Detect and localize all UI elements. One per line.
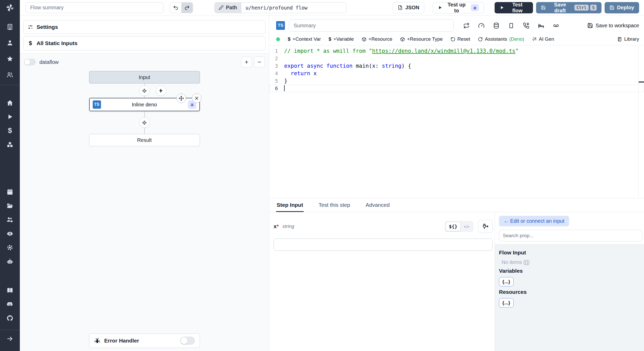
code-mode-button[interactable]: <> <box>461 222 472 231</box>
flow-node-input[interactable]: Input <box>89 71 200 83</box>
sliders-icon <box>28 24 33 30</box>
zoom-in-button[interactable]: + <box>241 57 252 67</box>
undo-button[interactable] <box>170 3 181 13</box>
bug-icon <box>94 338 100 344</box>
variables-object-chip[interactable]: {...} <box>499 277 514 286</box>
reset-button[interactable]: Reset <box>451 36 470 42</box>
code-link: https://deno.land/x/windmill@v1.133.0/mo… <box>372 48 515 54</box>
person-icon[interactable] <box>5 38 15 48</box>
people-icon[interactable] <box>5 70 15 80</box>
database-icon[interactable] <box>491 20 501 31</box>
code-editor[interactable]: 1 // import * as wmill from "https://den… <box>269 45 644 198</box>
prop-search-input[interactable] <box>499 230 642 241</box>
flow-node-step-a[interactable]: TS Inline deno a <box>89 98 200 111</box>
ai-gen-button[interactable]: AI Gen <box>532 36 554 42</box>
home-icon[interactable] <box>5 98 15 108</box>
voicemail-icon[interactable] <box>551 20 561 31</box>
phone-incoming-icon[interactable] <box>521 20 531 31</box>
delete-step-button[interactable] <box>192 93 201 103</box>
save-draft-button[interactable]: Save draft Ctrl S <box>536 2 601 13</box>
gear-icon[interactable] <box>5 242 15 253</box>
save-to-workspace-button[interactable]: Save to workspace <box>587 23 639 29</box>
assistants-button[interactable]: Assistants (Deno) <box>478 36 524 42</box>
windmill-logo[interactable] <box>0 0 20 15</box>
close-icon <box>194 96 199 101</box>
typescript-badge: TS <box>276 21 285 30</box>
bed-icon[interactable] <box>536 20 546 31</box>
add-trigger-button[interactable] <box>156 85 166 96</box>
github-icon[interactable] <box>5 313 15 323</box>
flow-summary-input[interactable] <box>26 2 164 13</box>
error-handler-label: Error Handler <box>104 338 139 344</box>
path-input[interactable] <box>241 3 346 13</box>
all-static-inputs-button[interactable]: $ All Static Inputs <box>23 36 266 50</box>
file-json-icon <box>398 5 403 10</box>
windmill-logo-icon <box>6 3 14 12</box>
move-icon <box>179 96 184 101</box>
code-line: 1 // import * as wmill from "https://den… <box>269 47 644 55</box>
add-context-var-button[interactable]: $ +Context Var <box>288 36 321 42</box>
building-icon[interactable] <box>5 22 15 32</box>
retry-icon[interactable] <box>461 20 471 31</box>
status-dot <box>276 37 280 41</box>
redo-button[interactable] <box>181 3 193 13</box>
robot-icon[interactable] <box>5 256 15 267</box>
summary-input[interactable] <box>289 19 454 32</box>
error-handler-toggle[interactable] <box>180 337 195 345</box>
code-line: 4 return x <box>269 70 644 77</box>
flow-settings-button[interactable]: Settings <box>23 20 266 34</box>
save-icon <box>541 5 546 10</box>
cubes-icon[interactable] <box>5 139 15 150</box>
add-variable-button[interactable]: $ +Variable <box>329 36 354 42</box>
connect-input-button[interactable] <box>478 220 493 233</box>
play-icon[interactable] <box>5 112 15 122</box>
required-mark: * <box>277 223 279 229</box>
add-resource-button[interactable]: +Resource <box>362 36 392 42</box>
test-up-to-button[interactable]: Test up to a <box>433 2 484 13</box>
test-flow-button[interactable]: Test flow <box>495 2 533 13</box>
gauge-icon[interactable] <box>476 20 486 31</box>
zoom-out-button[interactable]: − <box>254 57 265 67</box>
book-icon[interactable] <box>5 285 15 295</box>
dollar-icon[interactable]: $ <box>5 125 15 136</box>
calendar-icon[interactable] <box>5 187 15 197</box>
star-icon[interactable] <box>5 54 15 64</box>
app-window: $ <box>0 0 644 351</box>
summary-row: TS Save to wor <box>269 15 644 34</box>
rectangle-icon[interactable] <box>506 20 516 31</box>
deploy-button[interactable]: Deploy <box>605 2 639 13</box>
connector <box>89 111 200 134</box>
add-step-button[interactable] <box>139 117 150 128</box>
topbar: Path JSON Test up to a Test flow Save dr… <box>20 0 644 15</box>
flow-node-result[interactable]: Result <box>89 134 200 146</box>
dataflow-toggle[interactable] <box>24 59 36 65</box>
editor-overview-ruler[interactable] <box>638 45 644 198</box>
editor-pane: TS Save to wor <box>269 15 644 198</box>
people-gear-icon[interactable] <box>5 215 15 225</box>
move-step-handle[interactable] <box>176 93 186 103</box>
edit-or-connect-button[interactable]: ← Edit or connect an input <box>499 216 569 226</box>
add-resource-type-button[interactable]: +Resource Type <box>400 36 443 42</box>
plug-arrow-icon <box>482 223 489 230</box>
tab-step-input[interactable]: Step Input <box>276 198 304 212</box>
add-step-button[interactable] <box>139 85 150 96</box>
json-button[interactable]: JSON <box>393 2 424 13</box>
folder-open-icon[interactable] <box>5 201 15 211</box>
resources-object-chip[interactable]: {...} <box>499 298 514 307</box>
play-icon <box>438 5 442 10</box>
code-line: 5 } <box>269 77 644 85</box>
error-handler[interactable]: Error Handler <box>89 333 200 348</box>
tab-test-this-step[interactable]: Test this step <box>318 198 351 212</box>
eye-icon[interactable] <box>5 228 15 239</box>
code-line-current: 6 <box>269 85 644 92</box>
expr-mode-button[interactable]: ${} <box>446 222 461 231</box>
discord-icon[interactable] <box>5 299 15 309</box>
step-config-pane: Step Input Test this step Advanced x* st… <box>269 198 644 351</box>
rotate-ccw-icon <box>451 37 455 42</box>
path-button[interactable]: Path <box>215 3 241 13</box>
argument-value-input[interactable] <box>274 238 493 251</box>
tab-advanced[interactable]: Advanced <box>365 198 390 212</box>
library-button[interactable]: Library <box>617 36 639 42</box>
arrow-right-icon[interactable] <box>5 333 15 344</box>
kbd-s: S <box>590 5 597 11</box>
